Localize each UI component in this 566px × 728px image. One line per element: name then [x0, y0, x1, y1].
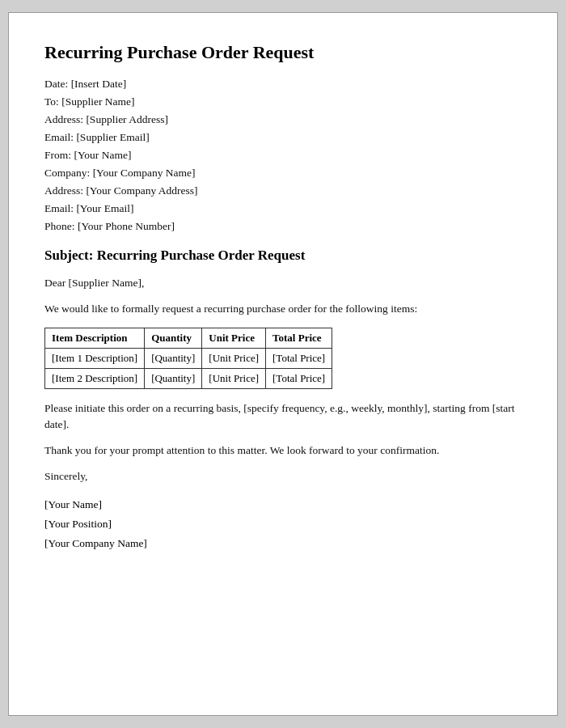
intro-paragraph: We would like to formally request a recu…: [44, 301, 522, 317]
signature-block: [Your Name] [Your Position] [Your Compan…: [44, 495, 522, 554]
signature-name: [Your Name]: [44, 495, 522, 514]
table-cell-1-1: [Quantity]: [145, 368, 202, 388]
table-header-row: Item Description Quantity Unit Price Tot…: [45, 328, 332, 348]
col-header-item-description: Item Description: [45, 328, 145, 348]
phone-label: Phone:: [44, 220, 75, 232]
signature-position: [Your Position]: [44, 514, 522, 534]
items-table: Item Description Quantity Unit Price Tot…: [44, 328, 332, 389]
table-cell-1-3: [Total Price]: [266, 368, 332, 388]
signature-company: [Your Company Name]: [44, 534, 522, 553]
salutation: Dear [Supplier Name],: [44, 275, 522, 291]
your-email-field: Email: [Your Email]: [44, 202, 522, 215]
from-field: From: [Your Name]: [44, 149, 522, 162]
document-container: Recurring Purchase Order Request Date: […: [8, 12, 558, 716]
closing: Sincerely,: [44, 468, 522, 485]
document-title: Recurring Purchase Order Request: [44, 42, 522, 63]
recurring-paragraph: Please initiate this order on a recurrin…: [44, 400, 522, 434]
from-label: From:: [44, 149, 71, 161]
table-cell-0-2: [Unit Price]: [202, 348, 266, 368]
col-header-total-price: Total Price: [266, 328, 332, 348]
company-address-value: [Your Company Address]: [86, 184, 197, 197]
table-cell-0-3: [Total Price]: [266, 348, 332, 368]
thank-you-paragraph: Thank you for your prompt attention to t…: [44, 442, 522, 459]
supplier-address-label: Address:: [44, 113, 83, 125]
company-address-field: Address: [Your Company Address]: [44, 184, 522, 197]
date-label: Date:: [44, 78, 68, 90]
company-address-label: Address:: [44, 184, 83, 197]
company-value: [Your Company Name]: [93, 167, 196, 179]
supplier-email-value: [Supplier Email]: [76, 131, 149, 143]
subject-line: Subject: Recurring Purchase Order Reques…: [44, 248, 522, 264]
phone-value: [Your Phone Number]: [78, 220, 175, 232]
table-row: [Item 2 Description][Quantity][Unit Pric…: [45, 368, 332, 388]
phone-field: Phone: [Your Phone Number]: [44, 220, 522, 233]
table-cell-1-2: [Unit Price]: [202, 368, 266, 388]
from-value: [Your Name]: [74, 149, 131, 161]
supplier-email-field: Email: [Supplier Email]: [44, 131, 522, 144]
to-field: To: [Supplier Name]: [44, 95, 522, 108]
table-cell-1-0: [Item 2 Description]: [45, 368, 145, 388]
table-cell-0-0: [Item 1 Description]: [45, 348, 145, 368]
col-header-quantity: Quantity: [145, 328, 202, 348]
supplier-address-value: [Supplier Address]: [86, 113, 168, 125]
table-row: [Item 1 Description][Quantity][Unit Pric…: [45, 348, 332, 368]
supplier-address-field: Address: [Supplier Address]: [44, 113, 522, 126]
your-email-value: [Your Email]: [76, 202, 133, 214]
supplier-email-label: Email:: [44, 131, 74, 143]
date-value: [Insert Date]: [71, 78, 127, 90]
to-value: [Supplier Name]: [61, 95, 134, 108]
to-label: To:: [44, 95, 59, 108]
your-email-label: Email:: [44, 202, 74, 214]
col-header-unit-price: Unit Price: [202, 328, 266, 348]
company-label: Company:: [44, 167, 90, 179]
date-field: Date: [Insert Date]: [44, 78, 522, 91]
table-cell-0-1: [Quantity]: [145, 348, 202, 368]
company-field: Company: [Your Company Name]: [44, 167, 522, 180]
